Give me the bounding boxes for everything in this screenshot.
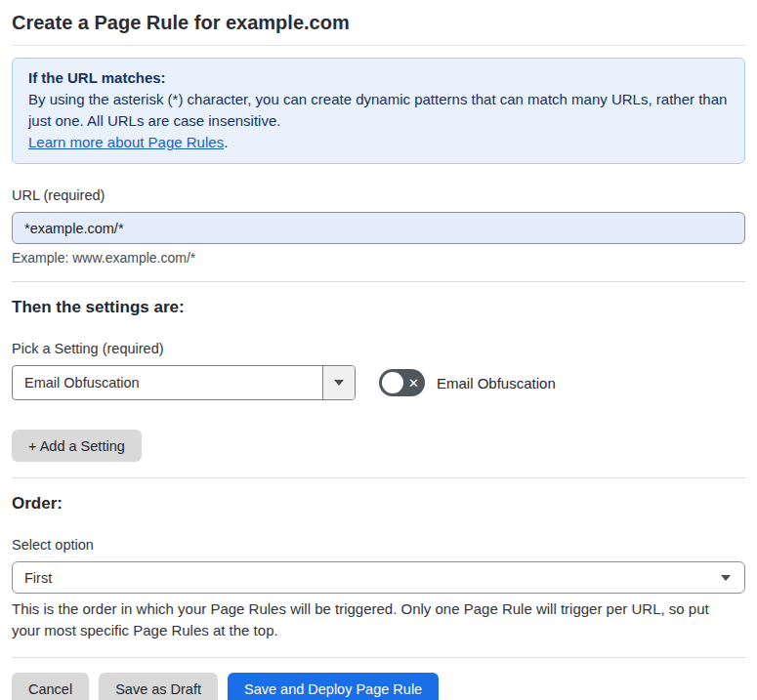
order-section-heading: Order: (12, 494, 745, 514)
setting-picker-row: Email Obfuscation ✕ Email Obfuscation (12, 365, 745, 400)
toggle-label: Email Obfuscation (437, 375, 556, 391)
cancel-button[interactable]: Cancel (12, 673, 89, 700)
order-select[interactable]: First (12, 561, 745, 594)
add-setting-button[interactable]: + Add a Setting (12, 430, 142, 462)
create-page-rule-form: Create a Page Rule for example.com If th… (0, 0, 757, 700)
chevron-down-icon (334, 380, 344, 386)
email-obfuscation-toggle[interactable]: ✕ (379, 369, 425, 396)
url-matches-callout: If the URL matches: By using the asteris… (12, 58, 745, 164)
url-field-label: URL (required) (12, 187, 745, 204)
setting-select[interactable]: Email Obfuscation (12, 365, 356, 400)
order-description: This is the order in which your Page Rul… (12, 598, 739, 641)
save-and-deploy-button[interactable]: Save and Deploy Page Rule (228, 673, 439, 700)
setting-select-value: Email Obfuscation (13, 366, 322, 399)
toggle-knob (382, 372, 403, 393)
callout-link-line: Learn more about Page Rules. (28, 132, 729, 153)
callout-heading: If the URL matches: (28, 67, 729, 89)
url-example-text: Example: www.example.com/* (12, 250, 745, 266)
section-divider (12, 281, 745, 282)
form-footer: Cancel Save as Draft Save and Deploy Pag… (12, 657, 745, 700)
section-divider (12, 477, 745, 478)
chevron-down-icon (721, 575, 731, 581)
callout-body: By using the asterisk (*) character, you… (28, 89, 729, 132)
order-select-label: Select option (12, 537, 745, 554)
x-icon: ✕ (408, 377, 419, 390)
setting-select-arrow-button[interactable] (322, 366, 355, 399)
settings-section-heading: Then the settings are: (12, 298, 745, 317)
save-as-draft-button[interactable]: Save as Draft (99, 673, 218, 700)
url-input[interactable] (12, 212, 745, 244)
learn-more-link[interactable]: Learn more about Page Rules (28, 134, 224, 150)
order-select-value: First (24, 570, 52, 586)
pick-setting-label: Pick a Setting (required) (12, 341, 745, 357)
callout-link-suffix: . (224, 134, 228, 150)
page-title: Create a Page Rule for example.com (12, 10, 745, 46)
